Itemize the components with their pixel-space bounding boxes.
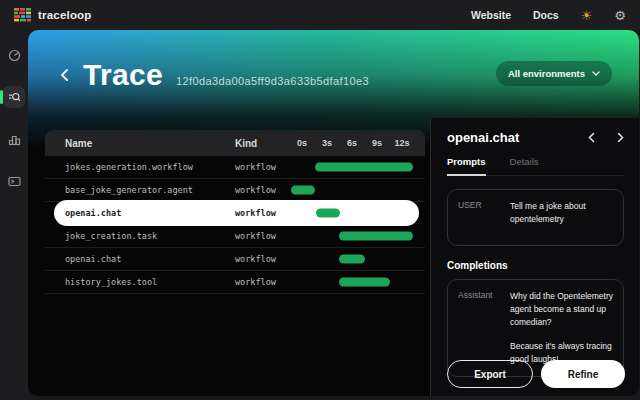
environment-selector-label: All environments	[508, 68, 585, 79]
duration-bar	[339, 278, 390, 287]
span-kind: workflow	[235, 231, 276, 241]
span-kind: workflow	[235, 185, 276, 195]
back-chevron-icon[interactable]	[60, 68, 69, 82]
span-name: history_jokes.tool	[45, 277, 157, 287]
span-name: joke_creation.task	[45, 231, 157, 241]
column-header-name: Name	[45, 138, 92, 149]
timeline-cell	[290, 271, 415, 293]
timeline-tick: 9s	[372, 138, 382, 148]
trace-search-icon	[8, 91, 21, 104]
sidebar-item-playground[interactable]	[3, 170, 25, 192]
sun-icon[interactable]: ☀	[581, 9, 593, 22]
duration-bar	[291, 186, 315, 195]
chevron-down-icon	[592, 71, 600, 76]
panel-tabs: Prompts Details	[447, 156, 624, 176]
timeline-tick: 12s	[394, 138, 409, 148]
gauge-icon	[8, 49, 21, 62]
timeline-tick: 3s	[322, 138, 332, 148]
timeline-tick: 6s	[347, 138, 357, 148]
table-row[interactable]: jokes.generation.workflowworkflow	[45, 156, 425, 179]
span-name: openai.chat	[45, 254, 121, 264]
sidebar-item-metrics[interactable]	[3, 128, 25, 150]
duration-bar	[315, 163, 413, 172]
timeline-cell	[290, 179, 415, 201]
brand-name: traceloop	[38, 9, 92, 21]
nav-link-website[interactable]: Website	[471, 9, 511, 21]
table-row[interactable]: openai.chatworkflow	[45, 202, 425, 225]
completion-paragraph: Why did the Opentelemetry agent become a…	[510, 290, 613, 330]
prompt-role-label: USER	[458, 200, 510, 235]
span-table-header: Name Kind 0s3s6s9s12s	[45, 130, 425, 156]
prompt-message-box: USER Tell me a joke about opentelemetry	[447, 189, 624, 246]
duration-bar	[339, 232, 413, 241]
sidebar	[0, 30, 28, 400]
span-name: jokes.generation.workflow	[45, 162, 193, 172]
table-row[interactable]: joke_creation.taskworkflow	[45, 225, 425, 248]
tab-prompts[interactable]: Prompts	[447, 156, 486, 176]
timeline-cell	[290, 202, 415, 224]
timeline-tick: 0s	[297, 138, 307, 148]
duration-bar	[316, 209, 340, 218]
span-kind: workflow	[235, 208, 276, 218]
terminal-icon	[8, 175, 21, 188]
prompt-text: Tell me a joke about opentelemetry	[510, 200, 613, 235]
column-header-kind: Kind	[235, 138, 257, 149]
next-span-chevron-icon[interactable]	[617, 132, 624, 143]
tab-details[interactable]: Details	[510, 156, 539, 175]
span-name: openai.chat	[45, 208, 121, 218]
span-kind: workflow	[235, 162, 276, 172]
page-title: Trace	[83, 58, 163, 92]
export-button[interactable]: Export	[447, 360, 533, 388]
completion-role-label: Assistant	[458, 290, 510, 366]
span-details-panel: openai.chat Prompts Details USER Tell me…	[430, 118, 639, 396]
span-name: base_joke_generator.agent	[45, 185, 193, 195]
timeline-cell	[290, 225, 415, 247]
timeline-cell	[290, 248, 415, 270]
main-card: Trace 12f0da3da00a5ff9d3a633b5dfaf10e3 A…	[28, 30, 639, 396]
span-kind: workflow	[235, 277, 276, 287]
table-row[interactable]: openai.chatworkflow	[45, 248, 425, 271]
gear-icon[interactable]: ⚙	[614, 9, 626, 22]
bar-chart-icon	[8, 133, 21, 146]
duration-bar	[339, 255, 365, 264]
trace-id: 12f0da3da00a5ff9d3a633b5dfaf10e3	[176, 75, 369, 87]
span-table: Name Kind 0s3s6s9s12s jokes.generation.w…	[45, 130, 425, 294]
table-row[interactable]: history_jokes.toolworkflow	[45, 271, 425, 294]
brand-logo[interactable]: traceloop	[14, 8, 92, 23]
environment-selector[interactable]: All environments	[496, 61, 612, 86]
table-row[interactable]: base_joke_generator.agentworkflow	[45, 179, 425, 202]
completions-section-label: Completions	[447, 260, 624, 271]
span-kind: workflow	[235, 254, 276, 264]
sidebar-item-traces[interactable]	[3, 86, 25, 108]
traceloop-logo-icon	[14, 8, 31, 23]
completion-text: Why did the Opentelemetry agent become a…	[510, 290, 613, 366]
refine-button[interactable]: Refine	[541, 360, 625, 388]
timeline-cell	[290, 156, 415, 178]
span-title: openai.chat	[447, 130, 519, 145]
nav-link-docs[interactable]: Docs	[533, 9, 559, 21]
sidebar-item-dashboard[interactable]	[3, 44, 25, 66]
timeline-axis: 0s3s6s9s12s	[290, 130, 415, 156]
top-bar: traceloop Website Docs ☀ ⚙	[0, 0, 640, 30]
prev-span-chevron-icon[interactable]	[588, 132, 595, 143]
